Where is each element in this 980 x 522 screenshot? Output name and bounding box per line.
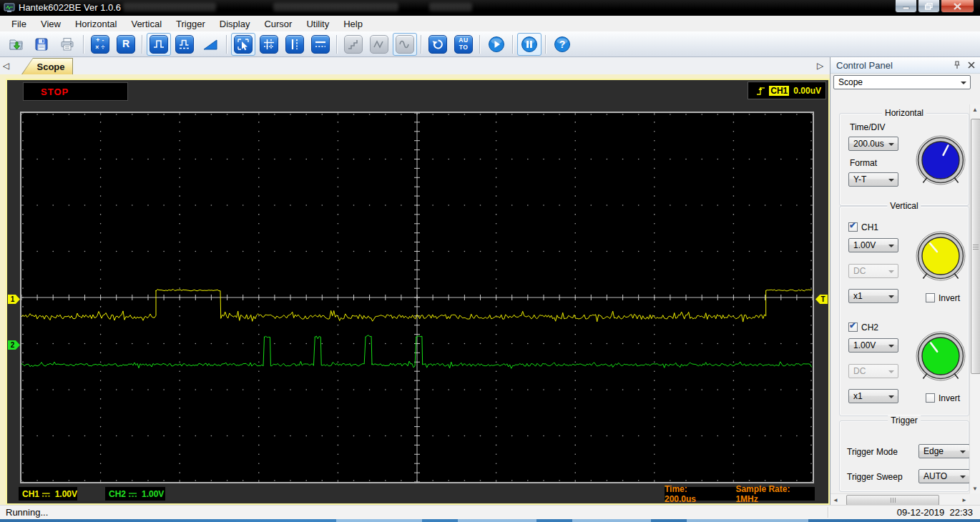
trigger-level-marker[interactable]: T — [815, 295, 828, 304]
trigger-readout-box: CH1 0.00uV — [748, 82, 826, 99]
ch1-probe-dropdown[interactable]: x1 — [848, 289, 898, 303]
restore-button[interactable] — [918, 0, 940, 13]
ch2-probe-dropdown[interactable]: x1 — [848, 389, 898, 403]
toolbar: + -× ÷RAUTO? — [0, 31, 980, 57]
save-button[interactable] — [29, 33, 54, 56]
scroll-up-icon[interactable]: ▲ — [970, 104, 980, 114]
panel-vertical-scrollbar[interactable]: ▲ ▼ — [969, 104, 980, 493]
acquisition-status-box: STOP — [23, 82, 128, 101]
tab-label: Scope — [29, 61, 64, 72]
horizontal-cursor-button[interactable] — [308, 33, 333, 56]
scope-display-area: STOP CH1 0.00uV 1 2 T CH1 — [6, 79, 830, 505]
tab-scroll-left-icon[interactable]: ◁ — [3, 60, 9, 72]
menu-vertical[interactable]: Vertical — [124, 17, 169, 31]
pause-button[interactable] — [517, 33, 542, 56]
minimize-button[interactable] — [895, 0, 917, 13]
refresh-button[interactable] — [426, 33, 450, 56]
application-window: Hantek6022BE Ver 1.0.6 FileViewHori — [0, 0, 980, 522]
background-window-remnant — [273, 3, 398, 11]
menu-cursor[interactable]: Cursor — [257, 17, 299, 31]
ch1-coupling-dropdown[interactable]: DC — [848, 264, 898, 278]
toolbar-separator — [479, 35, 481, 54]
tab-bar: ◁ Scope ▷ — [0, 57, 830, 74]
trigger-source-badge: CH1 — [769, 86, 789, 96]
horizontal-group: Horizontal Time/DIV 200.0us Format Y-T — [839, 113, 969, 206]
ch2-label: CH2 — [861, 322, 878, 333]
window-title: Hantek6022BE Ver 1.0.6 — [19, 2, 121, 13]
timebase-readout: Time: 200.0us Sample Rate: 1MHz — [665, 487, 815, 501]
ch2-enable-checkbox[interactable]: ✔ — [848, 322, 858, 332]
menu-display[interactable]: Display — [212, 17, 258, 31]
toolbar-separator — [226, 35, 227, 54]
sample-rate: Sample Rate: 1MHz — [735, 484, 809, 504]
trigger-sweep-dropdown[interactable]: AUTO — [918, 469, 970, 483]
scroll-down-icon[interactable]: ▼ — [970, 483, 980, 493]
pin-icon[interactable] — [951, 59, 963, 71]
close-button[interactable] — [941, 0, 974, 13]
ch2-position-knob[interactable] — [911, 327, 971, 387]
svg-text:?: ? — [559, 39, 566, 50]
print-button[interactable] — [55, 33, 79, 56]
autoset-button[interactable]: AUTO — [451, 33, 476, 56]
status-divider — [828, 507, 829, 518]
ramp-button[interactable] — [198, 33, 222, 56]
ch2-position-marker[interactable]: 2 — [8, 340, 20, 350]
square-wave-button[interactable] — [147, 33, 171, 56]
cross-cursor-button[interactable] — [257, 33, 281, 56]
control-panel-header: Control Panel — [830, 57, 980, 74]
ch1-enable-checkbox[interactable]: ✔ — [848, 222, 858, 232]
triangle-wave-button[interactable] — [367, 33, 391, 56]
menu-utility[interactable]: Utility — [299, 17, 336, 31]
trigger-sweep-label: Trigger Sweep — [847, 472, 903, 482]
menu-file[interactable]: File — [4, 17, 34, 31]
status-datetime: 09-12-2019 22:33 — [897, 507, 973, 518]
title-bar: Hantek6022BE Ver 1.0.6 — [0, 0, 980, 16]
timediv-label: Time/DIV — [850, 122, 886, 132]
menu-help[interactable]: Help — [336, 17, 370, 31]
trigger-mode-label: Trigger Mode — [847, 447, 898, 457]
control-panel-title: Control Panel — [836, 60, 951, 71]
format-dropdown[interactable]: Y-T — [848, 172, 898, 187]
tab-scope[interactable]: Scope — [21, 58, 73, 74]
ch2-volts-dropdown[interactable]: 1.00V — [848, 338, 898, 353]
trigger-mode-dropdown[interactable]: Edge — [918, 444, 970, 458]
start-button[interactable] — [484, 33, 509, 56]
panel-horizontal-scrollbar[interactable]: ◄ ► — [830, 493, 969, 506]
toolbar-separator — [421, 35, 422, 54]
menu-bar: FileViewHorizontalVerticalTriggerDisplay… — [0, 16, 980, 31]
sine-wave-button[interactable] — [393, 33, 417, 56]
panel-mode-dropdown[interactable]: Scope — [833, 75, 971, 89]
ch1-invert-checkbox[interactable] — [926, 293, 935, 302]
toolbar-separator — [336, 35, 338, 54]
vertical-scroll-thumb[interactable] — [971, 119, 980, 374]
reference-wave-button[interactable]: R — [114, 33, 138, 56]
math-button[interactable]: + -× ÷ — [88, 33, 112, 56]
waveform-plot — [20, 112, 814, 483]
vertical-cursor-button[interactable] — [283, 33, 307, 56]
pulse-measure-button[interactable] — [172, 33, 197, 56]
tab-scroll-right-icon[interactable]: ▷ — [817, 60, 823, 72]
ch2-invert-checkbox[interactable] — [926, 393, 935, 403]
horizontal-position-knob[interactable] — [911, 131, 971, 191]
scroll-right-icon[interactable]: ► — [959, 495, 969, 505]
timediv-dropdown[interactable]: 200.0us — [848, 137, 898, 151]
menu-horizontal[interactable]: Horizontal — [68, 17, 124, 31]
cursor-select-button[interactable] — [231, 33, 255, 56]
dc-coupling-icon — [41, 491, 51, 498]
menu-trigger[interactable]: Trigger — [169, 17, 212, 31]
toolbar-separator — [512, 35, 514, 54]
menu-view[interactable]: View — [34, 17, 68, 31]
ch2-invert-label: Invert — [939, 393, 960, 403]
ch2-scale-readout: CH2 1.00V — [105, 487, 165, 501]
step-wave-button[interactable] — [341, 33, 366, 56]
scroll-left-icon[interactable]: ◄ — [830, 495, 841, 505]
ch2-coupling-dropdown[interactable]: DC — [848, 364, 898, 378]
ch1-position-knob[interactable] — [911, 227, 971, 287]
horizontal-scroll-thumb[interactable] — [846, 495, 939, 506]
close-panel-icon[interactable] — [966, 59, 977, 71]
ch1-volts-dropdown[interactable]: 1.00V — [848, 238, 898, 252]
help-button[interactable]: ? — [550, 33, 574, 56]
ch1-position-marker[interactable]: 1 — [8, 295, 20, 304]
open-button[interactable] — [4, 33, 28, 56]
status-message: Running... — [6, 507, 48, 518]
